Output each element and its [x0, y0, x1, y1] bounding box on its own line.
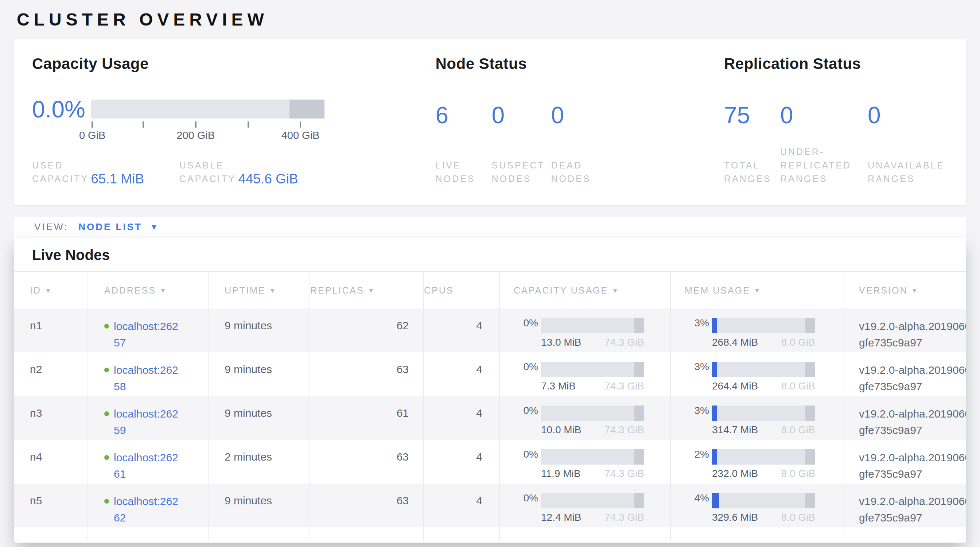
column-header-uptime[interactable]: UPTIME▼ — [208, 272, 310, 308]
mem-reserved-segment — [805, 449, 815, 464]
table-row: n1 localhost:26257 9 minutes 62 4 0% 13.… — [14, 308, 966, 352]
node-cpus-cell: 4 — [424, 483, 500, 527]
mem-used-fill — [712, 405, 717, 421]
capacity-used-value: 13.0 MiB — [541, 337, 582, 348]
stat-label: USEDCAPACITY — [32, 159, 89, 186]
replication-status-section: Replication Status 75TOTALRANGES0UNDER-R… — [706, 39, 966, 205]
column-header-version[interactable]: VERSION▼ — [844, 272, 966, 308]
capacity-stat: USEDCAPACITY65.1 MiB — [32, 159, 180, 186]
node-id-cell: n2 — [14, 352, 88, 396]
cluster-summary-card: Capacity Usage 0.0% 0 GiB — [14, 39, 966, 205]
column-header-capacity-usage[interactable]: CAPACITY USAGE▼ — [500, 272, 670, 308]
mem-used-fill — [712, 318, 717, 333]
node-address-link[interactable]: localhost:26259 — [114, 405, 181, 438]
node-address-link[interactable]: localhost:26261 — [114, 449, 181, 482]
mem-used-value: 268.4 MiB — [712, 337, 758, 348]
capacity-stats: USEDCAPACITY65.1 MiBUSABLECAPACITY445.6 … — [32, 159, 417, 186]
column-header-address[interactable]: ADDRESS▼ — [88, 272, 208, 308]
capacity-stat: USABLECAPACITY445.6 GiB — [180, 159, 327, 186]
node-status-stats: 6LIVENODES0SUSPECTNODES0DEADNODES — [435, 103, 706, 186]
stat-label: USABLECAPACITY — [180, 159, 236, 186]
node-replicas-cell: 61 — [310, 396, 424, 440]
stat-value: 445.6 GiB — [238, 172, 298, 187]
mem-usage-bar — [712, 405, 815, 421]
node-id-cell: n4 — [14, 440, 88, 483]
node-address-cell: localhost:26258 — [88, 352, 208, 396]
node-uptime-cell: 9 minutes — [208, 352, 310, 396]
node-address-link[interactable]: localhost:26257 — [114, 318, 181, 351]
summary-stat: 0DEADNODES — [551, 103, 631, 186]
view-bar: VIEW: NODE LIST ▼ — [14, 217, 966, 237]
mem-total-value: 8.0 GiB — [781, 468, 815, 480]
node-version-text: v19.2.0-alpha.20190606-2491-gfe735c9a97 — [859, 449, 966, 482]
capacity-usage-bar — [541, 405, 644, 421]
stat-value: 75 — [724, 103, 780, 127]
capacity-used-value: 7.3 MiB — [541, 380, 576, 392]
mem-total-value: 8.0 GiB — [781, 424, 815, 436]
mem-total-value: 8.0 GiB — [781, 380, 815, 392]
capacity-bar-track — [91, 100, 325, 119]
stat-value: 0 — [868, 103, 966, 127]
summary-stat: 6LIVENODES — [435, 103, 492, 186]
node-address-link[interactable]: localhost:26258 — [114, 362, 181, 394]
capacity-total-value: 74.3 GiB — [605, 424, 644, 436]
mem-total-value: 8.0 GiB — [781, 337, 815, 348]
node-mem-usage-cell: 3% 268.4 MiB 8.0 GiB — [670, 308, 844, 352]
view-selector-dropdown[interactable]: NODE LIST ▼ — [78, 221, 158, 233]
mem-used-fill — [712, 362, 717, 377]
capacity-usage-bar — [541, 362, 644, 377]
node-address-cell: localhost:26257 — [88, 308, 208, 352]
node-mem-usage-cell: 4% 329.6 MiB 8.0 GiB — [670, 483, 844, 527]
capacity-axis-ticks — [91, 121, 325, 129]
summary-stat: 0SUSPECTNODES — [492, 103, 551, 186]
node-mem-usage-cell: 3% 264.4 MiB 8.0 GiB — [670, 352, 844, 396]
mem-usage-bar — [712, 362, 815, 377]
mem-reserved-segment — [805, 318, 815, 333]
capacity-used-value: 12.4 MiB — [541, 512, 582, 523]
capacity-bar-reserved-segment — [290, 100, 325, 119]
node-mem-usage-cell: 3% 314.7 MiB 8.0 GiB — [670, 396, 844, 440]
capacity-percent-label: 0% — [500, 405, 538, 417]
node-capacity-usage-cell: 0% 13.0 MiB 74.3 GiB — [500, 308, 670, 352]
mem-reserved-segment — [805, 362, 815, 377]
node-capacity-usage-cell: 0% 10.0 MiB 74.3 GiB — [500, 396, 670, 440]
table-row: n5 localhost:26262 9 minutes 63 4 0% 12.… — [14, 483, 966, 527]
node-id-cell: n1 — [14, 308, 88, 352]
sort-desc-icon: ▼ — [368, 287, 375, 294]
stat-label: LIVENODES — [435, 159, 475, 186]
axis-label: 400 GiB — [282, 129, 320, 142]
column-header-replicas[interactable]: REPLICAS▼ — [310, 272, 424, 308]
capacity-percent-label: 0% — [500, 361, 538, 373]
capacity-percent-label: 0% — [500, 492, 538, 504]
table-row: n2 localhost:26258 9 minutes 63 4 0% 7.3… — [14, 352, 966, 396]
capacity-used-value: 11.9 MiB — [541, 468, 581, 480]
stat-value: 0 — [492, 103, 551, 127]
node-live-status-dot-icon — [104, 499, 109, 504]
sort-desc-icon: ▼ — [754, 287, 762, 294]
node-live-status-dot-icon — [104, 367, 109, 372]
replication-status-stats: 75TOTALRANGES0UNDER-REPLICATEDRANGES0UNA… — [724, 103, 966, 186]
column-header-id[interactable]: ID▼ — [14, 272, 88, 308]
node-address-cell: localhost:26261 — [88, 440, 208, 483]
capacity-percent-label: 0% — [500, 317, 538, 329]
column-header-cpus: CPUS — [424, 272, 500, 308]
node-cpus-cell: 4 — [424, 352, 500, 396]
capacity-percent-value: 0.0% — [32, 98, 87, 121]
page-title: CLUSTER OVERVIEW — [0, 0, 980, 30]
node-replicas-cell: 63 — [310, 483, 424, 527]
node-id-cell: n3 — [14, 396, 88, 440]
sort-desc-icon: ▼ — [612, 287, 619, 294]
table-row: n3 localhost:26259 9 minutes 61 4 0% 10.… — [14, 396, 966, 440]
node-address-link[interactable]: localhost:26262 — [114, 493, 181, 526]
mem-usage-bar — [712, 318, 815, 333]
column-header-mem-usage[interactable]: MEM USAGE▼ — [670, 272, 844, 308]
stat-label: DEADNODES — [551, 159, 590, 186]
capacity-percent-label: 0% — [500, 448, 538, 460]
node-replicas-cell: 63 — [310, 352, 424, 396]
live-nodes-table: ID▼ADDRESS▼UPTIME▼REPLICAS▼CPUSCAPACITY … — [14, 271, 966, 541]
node-replicas-cell: 62 — [310, 308, 424, 352]
mem-reserved-segment — [805, 405, 815, 421]
mem-usage-bar — [712, 449, 815, 464]
capacity-reserved-segment — [635, 449, 644, 464]
stat-label: UNDER-REPLICATEDRANGES — [780, 145, 851, 186]
